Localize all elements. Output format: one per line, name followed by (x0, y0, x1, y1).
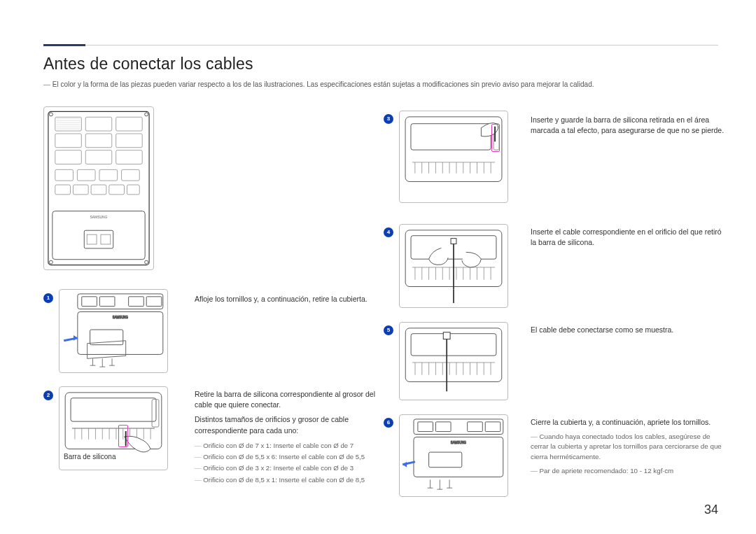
brand-text: SAMSUNG (90, 216, 108, 219)
page-title: Antes de conectar los cables (43, 55, 718, 73)
step-6-note1: Cuando haya conectado todos los cables, … (531, 432, 725, 462)
divider-top (43, 45, 718, 45)
step-number-6: 6 (384, 418, 393, 428)
step-4-body: Inserte el cable correspondiente en el o… (531, 227, 725, 248)
svg-rect-18 (127, 185, 139, 195)
figure-step-4 (399, 224, 508, 308)
svg-point-30 (145, 113, 148, 116)
step-2-text: Retire la barra de silicona correspondie… (195, 389, 377, 486)
svg-rect-56 (451, 239, 456, 244)
svg-rect-4 (55, 134, 82, 148)
svg-rect-7 (55, 150, 82, 164)
svg-rect-17 (109, 185, 125, 195)
step-2-l2: Orificio con Ø de 5,5 x 6: Inserte el ca… (195, 451, 377, 463)
svg-rect-60 (414, 419, 503, 435)
content-area: SAMSUNG 1 SAMSUNG (43, 106, 718, 513)
svg-rect-34 (82, 297, 97, 307)
svg-rect-61 (418, 422, 433, 432)
svg-rect-16 (91, 185, 106, 195)
step-number-3: 3 (384, 114, 393, 124)
svg-text:SAMSUNG: SAMSUNG (451, 441, 467, 444)
svg-rect-33 (78, 294, 163, 309)
step-number-2: 2 (43, 391, 53, 400)
svg-rect-11 (77, 169, 95, 181)
svg-rect-6 (116, 134, 143, 148)
figure-panel: SAMSUNG (43, 106, 154, 270)
step-number-1: 1 (43, 293, 53, 303)
svg-rect-3 (116, 117, 143, 131)
svg-rect-2 (85, 117, 112, 131)
svg-rect-15 (73, 185, 88, 195)
svg-rect-0 (48, 111, 149, 265)
step-5-text: El cable debe conectarse como se muestra… (531, 325, 725, 335)
svg-rect-58 (411, 334, 496, 356)
step-4-text: Inserte el cable correspondiente en el o… (531, 227, 725, 248)
caption-silicon: Barra de silicona (64, 453, 115, 461)
step-2-l4: Orificio con Ø de 8,5 x 1: Inserte el ca… (195, 475, 377, 486)
top-note: El color y la forma de las piezas pueden… (43, 79, 718, 90)
step-2-sublist: Orificio con Ø de 7 x 1: Inserte el cabl… (195, 440, 377, 486)
svg-marker-68 (402, 462, 407, 468)
svg-rect-13 (122, 169, 140, 181)
svg-text:SAMSUNG: SAMSUNG (113, 316, 129, 319)
figure-step-5 (399, 322, 508, 400)
callout-silicon-bar (118, 425, 128, 447)
step-2-l1: Orificio con Ø de 7 x 1: Inserte el cabl… (195, 440, 377, 451)
svg-rect-28 (101, 234, 111, 244)
svg-rect-67 (429, 452, 462, 468)
svg-rect-57 (405, 328, 502, 382)
svg-rect-52 (411, 124, 491, 150)
svg-rect-35 (99, 297, 115, 307)
figure-step-6: SAMSUNG (399, 414, 508, 497)
svg-rect-64 (485, 422, 500, 432)
figure-step-1: SAMSUNG (59, 289, 168, 373)
svg-point-31 (49, 260, 52, 264)
svg-rect-37 (146, 297, 162, 307)
figure-step-3 (399, 111, 508, 203)
step-1-body: Afloje los tornillos y, a continuación, … (195, 294, 374, 304)
svg-rect-62 (435, 422, 451, 432)
svg-rect-26 (84, 230, 113, 248)
step-6-note2: Par de apriete recomendado: 10 - 12 kgf·… (531, 466, 725, 476)
svg-rect-5 (85, 134, 112, 148)
svg-rect-49 (71, 398, 156, 421)
svg-rect-48 (65, 393, 162, 449)
step-2-l3: Orificio con Ø de 3 x 2: Inserte el cabl… (195, 463, 377, 474)
svg-rect-8 (85, 150, 112, 164)
svg-rect-12 (99, 169, 118, 181)
svg-point-32 (145, 260, 148, 264)
step-2-p2: Distintos tamaños de orificios y grosor … (195, 414, 377, 435)
callout-storage-area (491, 124, 500, 152)
svg-marker-41 (74, 335, 78, 341)
step-number-5: 5 (384, 325, 393, 335)
document-page: Antes de conectar los cables El color y … (0, 0, 756, 534)
svg-rect-27 (87, 234, 97, 244)
step-3-body: Inserte y guarde la barra de silicona re… (531, 115, 725, 136)
step-5-body: El cable debe conectarse como se muestra… (531, 325, 725, 335)
step-1-text: Afloje los tornillos y, a continuación, … (195, 294, 374, 304)
step-3-text: Inserte y guarde la barra de silicona re… (531, 115, 725, 136)
step-6-text: Cierre la cubierta y, a continuación, ap… (531, 417, 725, 476)
svg-point-29 (49, 113, 52, 116)
svg-rect-14 (55, 185, 71, 195)
divider-strong (43, 44, 85, 46)
step-2-p1: Retire la barra de silicona correspondie… (195, 389, 377, 410)
svg-rect-59 (443, 332, 450, 339)
svg-rect-63 (468, 422, 483, 432)
step-number-4: 4 (384, 227, 393, 237)
svg-rect-9 (116, 150, 143, 164)
page-number: 34 (704, 503, 718, 517)
svg-rect-36 (129, 297, 144, 307)
svg-rect-10 (55, 169, 74, 181)
step-6-body: Cierre la cubierta y, a continuación, ap… (531, 417, 725, 428)
svg-rect-50 (152, 400, 159, 427)
